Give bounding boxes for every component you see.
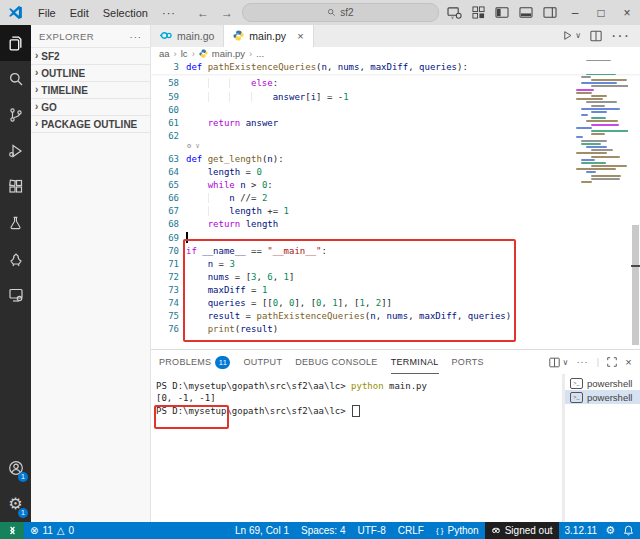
- tab-main-go[interactable]: main.go: [151, 25, 224, 47]
- language-mode[interactable]: { } Python: [430, 525, 485, 536]
- chevron-right-icon: ›: [35, 101, 38, 112]
- tab-label: main.go: [177, 30, 214, 42]
- editor-scrollbar[interactable]: [631, 60, 640, 349]
- eol-sequence[interactable]: CRLF: [392, 525, 430, 536]
- tab-label: DEBUG CONSOLE: [295, 357, 377, 367]
- code-lens-gear-icon[interactable]: ⚙ ∨: [187, 142, 200, 150]
- explorer-sidebar: EXPLORER ··· ›SF2 ›OUTLINE ›TIMELINE ›GO…: [31, 25, 151, 522]
- language-label: Python: [448, 525, 479, 536]
- indentation[interactable]: Spaces: 4: [295, 525, 351, 536]
- python-environment-icon[interactable]: ⚙: [603, 524, 617, 537]
- encoding[interactable]: UTF-8: [351, 525, 391, 536]
- menu-more[interactable]: ···: [155, 7, 183, 19]
- menu-edit[interactable]: Edit: [63, 7, 96, 19]
- extensions-icon[interactable]: [0, 169, 31, 205]
- code-line[interactable]: 59 answer[i] = -1: [151, 90, 640, 103]
- breadcrumb-item-file[interactable]: main.py: [212, 48, 245, 59]
- accounts-badge: 1: [18, 472, 28, 482]
- split-editor-icon[interactable]: [590, 30, 602, 42]
- testing-icon[interactable]: [0, 205, 31, 241]
- code-line[interactable]: 63def get_length(n):: [151, 152, 640, 165]
- sidebar-section-sf2[interactable]: ›SF2: [31, 47, 150, 64]
- window-maximize-button[interactable]: □: [588, 6, 614, 20]
- source-control-icon[interactable]: [0, 97, 31, 133]
- menu-selection[interactable]: Selection: [96, 7, 155, 19]
- remote-explorer-icon[interactable]: [0, 277, 31, 313]
- split-terminal-icon[interactable]: ∨: [549, 357, 568, 368]
- tab-terminal[interactable]: TERMINAL: [391, 350, 439, 374]
- terminal-instance-2[interactable]: >_ powershell: [565, 390, 640, 404]
- extension-view-icon[interactable]: [0, 241, 31, 277]
- toggle-secondary-sidebar-icon[interactable]: [543, 6, 557, 19]
- divider: |: [597, 357, 600, 367]
- bottom-panel: PROBLEMS 11 OUTPUT DEBUG CONSOLE TERMINA…: [151, 349, 640, 522]
- python-version[interactable]: 3.12.11: [559, 525, 604, 536]
- problems-status[interactable]: ⊗11 △0: [24, 525, 80, 536]
- sidebar-section-outline[interactable]: ›OUTLINE: [31, 64, 150, 81]
- sidebar-section-go[interactable]: ›GO: [31, 98, 150, 115]
- code-line[interactable]: 58 else:: [151, 77, 640, 90]
- scrollbar-thumb[interactable]: [632, 225, 639, 345]
- nav-forward-icon[interactable]: →: [221, 6, 233, 20]
- remote-indicator[interactable]: [0, 522, 24, 539]
- code-line[interactable]: 64 length = 0: [151, 165, 640, 178]
- explorer-icon[interactable]: [0, 25, 31, 61]
- run-python-file-icon[interactable]: ∨: [562, 30, 581, 41]
- menu-file[interactable]: File: [31, 7, 63, 19]
- code-line[interactable]: 3def pathExistenceQueries(n, nums, maxDi…: [151, 61, 640, 74]
- error-count: 11: [42, 525, 52, 536]
- breadcrumb-item-symbol[interactable]: ...: [256, 48, 264, 59]
- toggle-panel-icon[interactable]: [519, 6, 533, 19]
- editor-more-actions[interactable]: ···: [611, 27, 630, 45]
- terminal-more-actions[interactable]: ···: [577, 357, 589, 367]
- run-debug-icon[interactable]: [0, 133, 31, 169]
- code-line[interactable]: 65 while n > 0:: [151, 179, 640, 192]
- customize-layout-icon[interactable]: [472, 6, 485, 19]
- tab-label: OUTPUT: [243, 357, 282, 367]
- tab-debug-console[interactable]: DEBUG CONSOLE: [295, 350, 377, 374]
- sidebar-section-package-outline[interactable]: ›PACKAGE OUTLINE: [31, 115, 150, 133]
- line-number: 72: [151, 272, 179, 282]
- code-line[interactable]: 60: [151, 103, 640, 116]
- notifications-bell-icon[interactable]: [617, 525, 640, 536]
- terminal-output[interactable]: PS D:\mysetup\gopath\src\sf2\aa\lc> pyth…: [151, 374, 562, 522]
- line-number: 60: [151, 105, 179, 115]
- launch-configuration-icon[interactable]: ∨: [447, 6, 462, 19]
- nav-back-icon[interactable]: ←: [197, 6, 209, 20]
- breadcrumb-item-aa[interactable]: aa: [159, 48, 170, 59]
- sidebar-section-timeline[interactable]: ›TIMELINE: [31, 81, 150, 98]
- code-line[interactable]: 62: [151, 129, 640, 142]
- settings-gear-icon[interactable]: ⚙ 1: [0, 486, 31, 522]
- search-view-icon[interactable]: [0, 61, 31, 97]
- command-center-search[interactable]: sf2: [242, 3, 439, 22]
- accounts-icon[interactable]: 1: [0, 450, 31, 486]
- code-line[interactable]: 66 n //= 2: [151, 192, 640, 205]
- minimap[interactable]: [576, 60, 628, 188]
- signed-out-status[interactable]: Signed out: [485, 525, 559, 536]
- line-number: 58: [151, 78, 179, 88]
- sticky-scroll-line[interactable]: 3def pathExistenceQueries(n, nums, maxDi…: [151, 61, 640, 74]
- close-panel-icon[interactable]: ×: [625, 356, 632, 368]
- toggle-primary-sidebar-icon[interactable]: [495, 6, 509, 19]
- signed-out-label: Signed out: [505, 525, 553, 536]
- code-line[interactable]: 67 length += 1: [151, 205, 640, 218]
- code-editor[interactable]: 3def pathExistenceQueries(n, nums, maxDi…: [151, 60, 640, 349]
- window-minimize-button[interactable]: –: [562, 6, 588, 20]
- window-close-button[interactable]: ×: [614, 6, 640, 20]
- tab-label: PORTS: [452, 357, 484, 367]
- maximize-panel-icon[interactable]: [607, 357, 617, 367]
- terminal-instance-1[interactable]: >_ powershell: [565, 376, 640, 390]
- terminal-list: >_ powershell >_ powershell: [562, 374, 640, 522]
- problems-count-badge: 11: [215, 356, 230, 369]
- tab-problems[interactable]: PROBLEMS 11: [159, 350, 230, 374]
- cursor-position[interactable]: Ln 69, Col 1: [229, 525, 295, 536]
- code-line[interactable]: 68 return length: [151, 218, 640, 231]
- code-line[interactable]: 61 return answer: [151, 116, 640, 129]
- sidebar-more-actions[interactable]: ···: [130, 31, 143, 42]
- tab-ports[interactable]: PORTS: [452, 350, 484, 374]
- tab-main-py[interactable]: main.py ×: [224, 25, 313, 47]
- tab-close-icon[interactable]: ×: [297, 30, 303, 42]
- tab-output[interactable]: OUTPUT: [243, 350, 282, 374]
- line-number: 75: [151, 311, 179, 321]
- breadcrumb-item-lc[interactable]: lc: [181, 48, 188, 59]
